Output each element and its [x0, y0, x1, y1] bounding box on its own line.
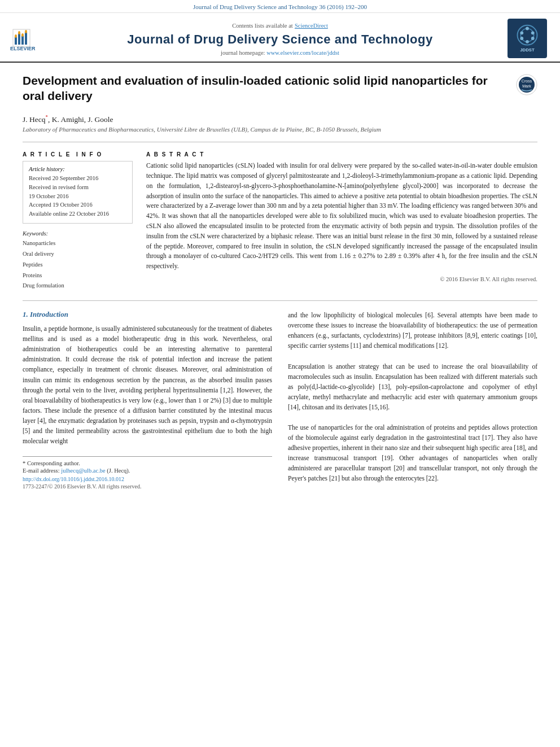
abstract-header: A B S T R A C T	[146, 151, 537, 158]
svg-text:ELSEVIER: ELSEVIER	[10, 46, 36, 50]
svg-rect-3	[18, 33, 20, 45]
abstract-text: Cationic solid lipid nanoparticles (cSLN…	[146, 161, 537, 272]
available-date: Available online 22 October 2016	[29, 209, 126, 219]
authors: J. Hecq*, K. Amighi, J. Goole	[23, 114, 537, 124]
article-info-header: A R T I C L E I N F O	[23, 151, 133, 158]
svg-text:JDDST: JDDST	[520, 47, 535, 53]
revised-label: Received in revised form	[29, 183, 126, 192]
jddst-logo: JDDST	[508, 19, 547, 58]
svg-rect-2	[15, 37, 17, 45]
elsevier-logo: ELSEVIER	[10, 27, 55, 50]
corresponding-note: * Corresponding author.	[23, 460, 272, 466]
journal-reference-bar: Journal of Drug Delivery Science and Tec…	[0, 0, 560, 13]
svg-point-7	[18, 31, 20, 34]
homepage-url[interactable]: www.elsevier.com/locate/jddst	[266, 50, 339, 56]
footnote-section: * Corresponding author. E-mail address: …	[23, 456, 272, 490]
and-text: and	[220, 417, 229, 424]
svg-text:Cross: Cross	[522, 79, 532, 83]
keyword-1: Nanoparticles	[23, 238, 133, 249]
received-date: Received 20 September 2016	[29, 174, 126, 183]
article-history-label: Article history:	[29, 166, 126, 172]
svg-point-14	[526, 27, 529, 30]
keyword-5: Drug formulation	[23, 281, 133, 291]
intro-right-text: and the low lipophilicity of biological …	[288, 310, 537, 483]
homepage-label: journal homepage:	[221, 50, 265, 56]
intro-right-col: and the low lipophilicity of biological …	[288, 310, 537, 491]
journal-title-section: Contents lists available at ScienceDirec…	[55, 21, 505, 55]
contents-label: Contents lists available at	[232, 23, 293, 29]
section-divider-2	[23, 300, 537, 301]
article-info-box: Article history: Received 20 September 2…	[23, 161, 133, 224]
main-content: Development and evaluation of insulin-lo…	[0, 63, 560, 500]
keywords-list: Nanoparticles Oral delivery Peptides Pro…	[23, 238, 133, 291]
sciencedirect-link[interactable]: ScienceDirect	[295, 23, 328, 29]
issn-line: 1773-2247/© 2016 Elsevier B.V. All right…	[23, 483, 272, 490]
keyword-3: Peptides	[23, 260, 133, 270]
svg-point-6	[15, 34, 17, 38]
article-info-column: A R T I C L E I N F O Article history: R…	[23, 151, 133, 291]
svg-point-18	[520, 37, 523, 40]
jddst-logo-section: JDDST	[505, 19, 550, 58]
svg-point-17	[526, 40, 529, 43]
elsevier-logo-section: ELSEVIER	[10, 27, 55, 50]
title-section: Development and evaluation of insulin-lo…	[23, 73, 537, 110]
crossmark-logo: Cross Mark	[516, 74, 537, 98]
journal-title: Journal of Drug Delivery Science and Tec…	[61, 32, 499, 47]
email-link[interactable]: julhecq@ulb.ac.be	[61, 468, 105, 474]
article-title: Development and evaluation of insulin-lo…	[23, 73, 510, 104]
svg-text:Mark: Mark	[522, 84, 531, 88]
svg-rect-5	[25, 32, 27, 45]
keywords-section: Keywords: Nanoparticles Oral delivery Pe…	[23, 230, 133, 291]
keyword-4: Proteins	[23, 270, 133, 281]
journal-reference-text: Journal of Drug Delivery Science and Tec…	[193, 3, 367, 10]
svg-point-16	[531, 37, 535, 40]
section-divider-1	[23, 142, 537, 142]
svg-point-9	[25, 30, 27, 33]
revised-date: 19 October 2016	[29, 192, 126, 201]
email-note: E-mail address: julhecq@ulb.ac.be (J. He…	[23, 468, 272, 474]
keyword-2: Oral delivery	[23, 249, 133, 260]
svg-point-19	[520, 31, 523, 34]
abstract-copyright: © 2016 Elsevier B.V. All rights reserved…	[146, 276, 537, 282]
doi-line[interactable]: http://dx.doi.org/10.1016/j.jddst.2016.1…	[23, 476, 272, 482]
email-name: (J. Hecq).	[107, 468, 130, 474]
svg-rect-4	[21, 36, 24, 45]
intro-left-col: 1. Introduction Insulin, a peptide hormo…	[23, 310, 272, 491]
journal-header: ELSEVIER Contents lists available at Sci…	[0, 13, 560, 63]
email-label: E-mail address:	[23, 468, 60, 474]
contents-available-text: Contents lists available at ScienceDirec…	[61, 21, 499, 30]
intro-left-text: Insulin, a peptide hormone, is usually a…	[23, 324, 272, 446]
article-info-abstract-section: A R T I C L E I N F O Article history: R…	[23, 151, 537, 291]
journal-homepage: journal homepage: www.elsevier.com/locat…	[61, 50, 499, 56]
affiliation: Laboratory of Pharmaceutics and Biopharm…	[23, 126, 537, 133]
abstract-column: A B S T R A C T Cationic solid lipid nan…	[146, 151, 537, 291]
svg-point-8	[21, 33, 24, 37]
keywords-label: Keywords:	[23, 230, 133, 237]
svg-point-15	[531, 31, 535, 34]
accepted-date: Accepted 19 October 2016	[29, 200, 126, 209]
introduction-section: 1. Introduction Insulin, a peptide hormo…	[23, 310, 537, 491]
intro-heading: 1. Introduction	[23, 310, 272, 319]
